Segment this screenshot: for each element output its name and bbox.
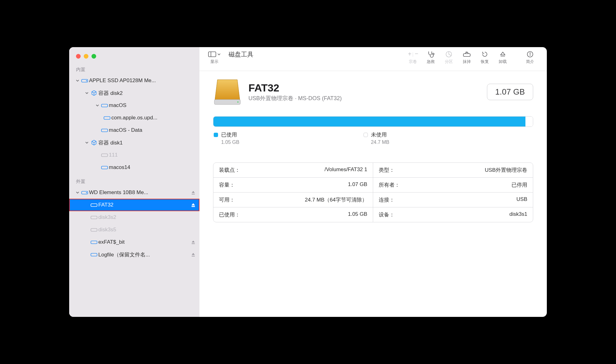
volume-icon [100,153,109,158]
chevron-down-icon[interactable] [75,191,80,194]
legend-free-label: 未使用 [371,131,387,138]
sidebar-item-macos[interactable]: macOS [69,99,199,112]
svg-point-28 [237,101,239,103]
external-drive-icon [213,78,242,106]
toolbar-caption: 简介 [526,59,534,64]
legend-free-value: 24.7 MB [371,140,390,145]
svg-rect-10 [91,216,97,219]
sidebar-item-111[interactable]: 111 [69,149,199,161]
unmount-button[interactable]: 卸载 [495,50,511,64]
volume-icon [103,115,111,120]
swatch-used [214,133,218,137]
eject-icon[interactable] [190,252,197,257]
info-available: 可用：24.7 MB（64字节可清除） [213,192,373,207]
sidebar-tree: APPLE SSD AP0128M Me... 容器 disk2 macOS c… [69,74,199,174]
sidebar-item-label: disk3s5 [98,227,199,233]
legend-used: 已使用 1.05 GB [214,131,239,145]
sidebar-item-container-disk1[interactable]: 容器 disk1 [69,136,199,149]
sidebar-item-label: 容器 disk1 [98,139,199,146]
toolbar-caption: 分区 [445,59,453,64]
sidebar-item-os-update[interactable]: com.apple.os.upd... [69,112,199,124]
chevron-down-icon[interactable] [95,104,100,107]
svg-text:+: + [408,51,412,57]
volume-icon [100,128,109,133]
chevron-down-icon[interactable] [75,79,80,82]
restore-icon [481,50,488,58]
svg-rect-6 [101,166,108,169]
legend-free: 未使用 24.7 MB [364,131,390,145]
svg-rect-14 [208,52,216,57]
main-panel: 显示 磁盘工具 +− 宗卷 急救 分区 抹掉 恢 [199,47,547,317]
sidebar-toggle-icon [208,51,216,57]
sidebar-item-disk3s2[interactable]: disk3s2 [69,211,199,224]
sidebar-item-label: FAT32 [98,202,190,208]
volume-title-block: FAT32 USB外置物理宗卷 · MS-DOS (FAT32) [248,82,342,102]
section-internal-label: 内置 [69,65,199,74]
erase-icon [463,50,471,58]
usage-bar [213,116,533,127]
info-used: 已使用：1.05 GB [213,207,373,222]
svg-rect-13 [91,253,97,256]
firstaid-button[interactable]: 急救 [423,50,439,64]
svg-point-19 [433,53,434,55]
info-button[interactable]: 简介 [522,50,538,64]
svg-rect-4 [101,129,108,132]
volume-button: +− 宗卷 [405,50,421,64]
sidebar-item-fat32[interactable]: FAT32 [69,199,199,211]
stethoscope-icon [427,50,435,58]
svg-rect-27 [214,100,240,104]
eject-icon[interactable] [190,190,197,195]
close-button[interactable] [76,54,81,59]
sidebar-item-label: APPLE SSD AP0128M Me... [89,78,199,84]
minimize-button[interactable] [84,54,88,59]
info-icon [527,50,533,58]
sidebar-tree-external: WD Elements 10B8 Me... FAT32 disk3s2 dis… [69,186,199,261]
chevron-down-icon[interactable] [84,141,90,144]
disk-utility-window: 内置 APPLE SSD AP0128M Me... 容器 disk2 macO… [69,47,547,317]
sidebar-item-macos14[interactable]: macos14 [69,161,199,174]
info-connection: 连接：USB [373,192,533,207]
view-button[interactable]: 显示 [206,50,222,64]
info-owner: 所有者：已停用 [373,177,533,192]
container-icon [90,140,98,146]
sidebar-item-wd-elements[interactable]: WD Elements 10B8 Me... [69,186,199,199]
eject-icon [500,50,506,58]
restore-button[interactable]: 恢复 [477,50,493,64]
sidebar-item-label: WD Elements 10B8 Me... [89,189,190,196]
toolbar-caption: 恢复 [481,59,489,64]
sidebar-item-label: macos14 [109,164,199,171]
volume-icon [90,202,98,207]
eject-icon[interactable] [190,240,197,244]
sidebar-item-macos-data[interactable]: macOS - Data [69,124,199,136]
section-external-label: 外置 [69,177,199,186]
content-area: FAT32 USB外置物理宗卷 · MS-DOS (FAT32) 1.07 GB… [199,71,547,229]
eject-icon[interactable] [190,203,197,207]
erase-button[interactable]: 抹掉 [459,50,475,64]
legend-used-label: 已使用 [221,131,237,138]
volume-icon [100,165,109,170]
svg-rect-21 [463,54,470,56]
chevron-down-icon[interactable] [84,91,90,95]
zoom-button[interactable] [92,54,96,59]
sidebar: 内置 APPLE SSD AP0128M Me... 容器 disk2 macO… [69,47,199,317]
sidebar-item-logfile[interactable]: Logfile（保留文件名... [69,248,199,261]
info-type: 类型：USB外置物理宗卷 [373,163,533,177]
sidebar-item-apple-ssd[interactable]: APPLE SSD AP0128M Me... [69,74,199,87]
sidebar-item-container-disk2[interactable]: 容器 disk2 [69,87,199,99]
partition-button: 分区 [441,50,457,64]
sidebar-item-label: Logfile（保留文件名... [98,251,190,258]
svg-text:−: − [415,51,418,57]
info-table: 装载点：/Volumes/FAT32 1 类型：USB外置物理宗卷 容量：1.0… [213,162,533,222]
toolbar-caption: 卸载 [499,59,507,64]
plus-minus-icon: +− [407,50,419,58]
svg-rect-5 [101,154,108,157]
disk-icon [80,78,89,83]
svg-rect-11 [91,229,97,231]
sidebar-item-exfat[interactable]: exFAT$_bit [69,236,199,248]
window-controls [69,51,199,65]
sidebar-item-disk3s5[interactable]: disk3s5 [69,224,199,236]
info-device: 设备：disk3s1 [373,207,533,222]
sidebar-item-label: macOS [109,102,199,109]
legend-used-value: 1.05 GB [221,140,239,145]
svg-rect-2 [101,104,108,107]
